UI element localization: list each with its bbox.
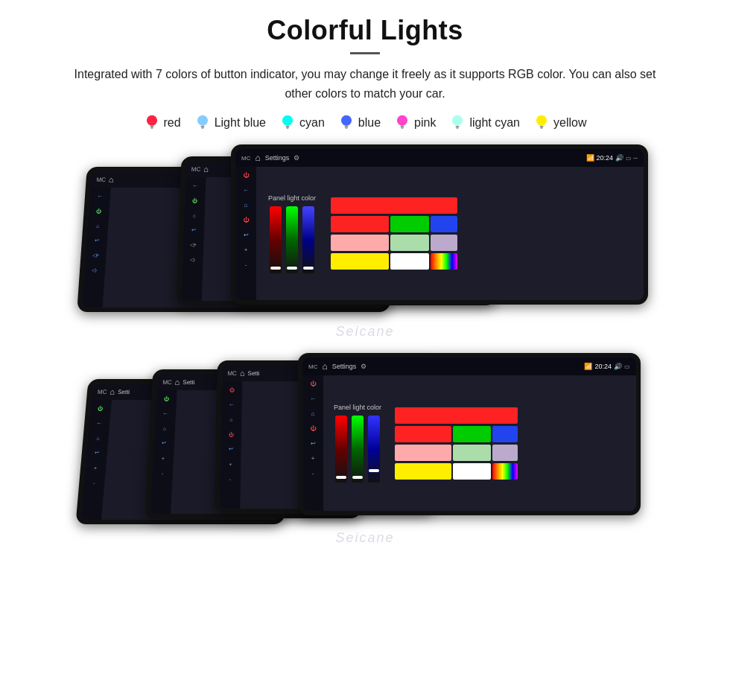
sidebar-power-1: ⏻	[93, 206, 104, 216]
sidebar-vol2-1: ◁-	[89, 265, 101, 276]
sidebar-back-1: ←	[95, 191, 106, 201]
bottom-white-cell	[453, 463, 491, 480]
svg-point-3	[197, 115, 208, 126]
bd4-volu: +	[308, 453, 318, 463]
device-header-left-2: MC ⌂	[191, 165, 209, 174]
lightblue-bulb-icon	[194, 115, 211, 131]
svg-rect-19	[540, 126, 544, 127]
speaker-icon-3: 🔊	[615, 154, 623, 162]
return2-icon-3: ↩	[241, 229, 251, 240]
sidebar-back2-2: ↩	[188, 225, 199, 235]
svg-rect-16	[456, 126, 460, 127]
red-slider-handle-3	[270, 267, 281, 270]
svg-rect-13	[401, 126, 404, 127]
device-header-right-3: 📶 20:24 🔊 ▭ ─	[586, 154, 638, 162]
sidebar-power-2: ⏻	[189, 195, 200, 206]
sidebar-home-2: ⌂	[188, 210, 199, 220]
svg-point-12	[397, 115, 407, 126]
color-label-pink: pink	[414, 116, 436, 130]
svg-rect-17	[457, 127, 459, 129]
bottom-grid-row-2	[395, 426, 518, 442]
green-slider-3	[286, 206, 298, 273]
grid-row-2	[331, 216, 457, 232]
yellow-bulb-icon	[533, 115, 550, 131]
bottom-lgn-cell	[453, 445, 491, 461]
bottom-green-slider	[352, 416, 364, 483]
bottom-red-handle	[336, 476, 346, 479]
device-header-left-3: MC ⌂ Settings ⚙	[241, 153, 299, 163]
color-item-red: red	[144, 115, 181, 131]
device-header-left-1: MC ⌂	[96, 175, 114, 184]
device-main-3: Panel light color	[256, 167, 644, 300]
red-slider-3	[270, 206, 282, 273]
grid-row-3	[331, 235, 457, 251]
green-slider-handle-3	[287, 267, 297, 270]
color-cell-lavender	[431, 235, 457, 251]
svg-rect-2	[150, 127, 153, 129]
svg-point-6	[282, 115, 293, 126]
grid-row-1	[331, 197, 457, 214]
top-device-stack: MC ⌂ RST ← ⏻ ⌂ ↩ ◁+	[82, 144, 648, 346]
color-cell-rainbow	[431, 253, 457, 270]
color-cell-pink	[331, 235, 389, 251]
svg-rect-10	[344, 126, 348, 127]
bottom-green-cell	[453, 426, 491, 442]
bottom-yellow-cell	[395, 463, 451, 480]
red-bulb-icon	[144, 115, 160, 131]
svg-rect-20	[540, 127, 542, 129]
color-cell-blue	[431, 216, 457, 232]
bottom-red-slider	[335, 416, 347, 483]
back-icon-3: ←	[241, 185, 251, 195]
title-divider	[350, 52, 380, 54]
bd1-return: ↩	[91, 448, 102, 458]
svg-rect-4	[200, 126, 204, 127]
top-devices-row: MC ⌂ RST ← ⏻ ⌂ ↩ ◁+	[30, 144, 700, 346]
device-3: MC ⌂ Settings ⚙ 📶 20:24 🔊 ▭ ─	[231, 144, 648, 305]
window-icons-3: ▭ ─	[626, 155, 638, 162]
return-icon-3: ⏻	[241, 214, 251, 225]
color-item-blue: blue	[338, 115, 381, 131]
color-label-lightblue: Light blue	[215, 116, 266, 130]
svg-point-0	[146, 115, 156, 126]
color-label-red: red	[164, 116, 181, 130]
vol-up-3: +	[241, 244, 251, 255]
home-icon-sb-3: ⌂	[241, 200, 251, 210]
bd4-return2: ↩	[308, 438, 318, 448]
bottom-red-cell	[395, 426, 451, 442]
bd2-vold: -	[157, 468, 168, 478]
bd4-back: ←	[308, 393, 318, 404]
bd3-power: ⏻	[226, 384, 237, 395]
page: Colorful Lights Integrated with 7 colors…	[0, 0, 730, 700]
page-title: Colorful Lights	[267, 15, 463, 46]
bottom-blue-handle	[369, 469, 379, 472]
bottom-slider-section: Panel light color	[334, 404, 381, 483]
svg-rect-14	[401, 127, 403, 129]
bd2-power: ⏻	[161, 393, 172, 404]
bottom-sliders	[335, 416, 380, 483]
color-label-cyan: cyan	[299, 116, 325, 130]
bd3-back: ←	[226, 399, 237, 410]
color-item-lightcyan: light cyan	[449, 115, 520, 131]
blue-slider-handle-3	[303, 267, 314, 270]
color-cell-red	[331, 216, 389, 232]
settings-label-3: Settings	[265, 154, 290, 162]
bd1-power: ⏻	[95, 403, 107, 413]
bottom-grid-row-3	[395, 445, 518, 461]
home-icon-2: ⌂	[203, 165, 209, 174]
bd1-vold: -	[89, 477, 100, 488]
device-body-3: ⏻ ← ⌂ ⏻ ↩ + - Panel light color	[235, 167, 644, 300]
bottom-screen-4: MC ⌂ Settings ⚙ 📶 20:24 🔊 ▭	[302, 357, 636, 511]
bd4-return: ⏻	[308, 423, 318, 433]
color-label-yellow: yellow	[553, 116, 586, 130]
grid-row-4	[331, 253, 457, 270]
color-cell-lightgreen	[390, 235, 429, 251]
bd3-vold: -	[225, 474, 235, 484]
bottom-main-4: Panel light color	[323, 375, 636, 511]
bottom-color-grid	[395, 407, 518, 480]
sidebar-back2-1: ↩	[91, 235, 102, 246]
color-cell-green	[390, 216, 429, 232]
bd4-home: ⌂	[308, 408, 318, 419]
color-item-cyan: cyan	[279, 115, 325, 131]
cyan-bulb-icon	[279, 115, 296, 131]
blue-bulb-icon	[338, 115, 355, 131]
